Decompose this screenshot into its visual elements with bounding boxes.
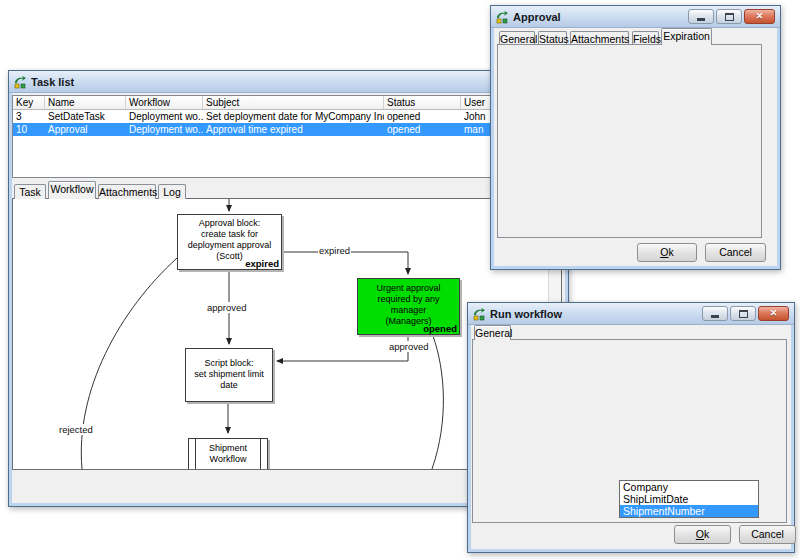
node-approval-block[interactable]: Approval block: create task for deployme… — [177, 214, 282, 270]
ok-button[interactable]: Ok — [637, 243, 697, 262]
dropdown-item-shiplimitdate[interactable]: ShipLimitDate — [620, 493, 758, 505]
tab-task[interactable]: Task — [14, 184, 46, 199]
tab-workflow[interactable]: Workflow — [48, 181, 96, 199]
edge-label-approved: approved — [206, 302, 248, 313]
close-button[interactable]: ✕ — [758, 306, 789, 321]
maximize-icon — [725, 13, 734, 21]
subprocess-stripe — [195, 439, 196, 470]
cell-status: opened — [384, 123, 461, 136]
node-line: required by any — [358, 294, 459, 305]
cell-key: 3 — [13, 110, 45, 123]
node-line: Shipment — [189, 443, 267, 454]
edge-rejected-curve-left — [81, 258, 177, 469]
edge-label-rejected: rejected — [58, 424, 94, 435]
tab-general[interactable]: General — [499, 31, 535, 44]
node-urgent-approval[interactable]: Urgent approval required by any manager … — [357, 278, 460, 335]
col-header-key[interactable]: Key — [13, 96, 45, 109]
col-header-workflow[interactable]: Workflow — [126, 96, 203, 109]
minimize-button[interactable] — [702, 306, 728, 321]
cell-workflow: Deployment wo... — [126, 123, 203, 136]
close-icon: ✕ — [756, 12, 764, 21]
dialog-title: Approval — [513, 11, 688, 23]
dialog-title: Run workflow — [490, 308, 702, 320]
table-row[interactable]: 3 SetDateTask Deployment wo... Set deplo… — [13, 110, 564, 123]
cell-subject: Set deployment date for MyCompany Inc. — [203, 110, 384, 123]
maximize-button[interactable] — [730, 306, 756, 321]
node-line: set shipment limit — [186, 369, 272, 380]
app-icon — [495, 10, 509, 24]
col-header-name[interactable]: Name — [45, 96, 126, 109]
col-header-subject[interactable]: Subject — [203, 96, 384, 109]
app-icon — [472, 307, 486, 321]
col-header-status[interactable]: Status — [384, 96, 461, 109]
edge-curve-right — [432, 336, 443, 469]
node-line: Urgent approval — [358, 283, 459, 294]
task-list-titlebar[interactable]: Task list — [9, 71, 568, 93]
tab-attachments[interactable]: Attachments — [98, 184, 156, 199]
dropdown-item-company[interactable]: Company — [620, 481, 758, 493]
maximize-icon — [739, 310, 748, 318]
approval-titlebar[interactable]: Approval ✕ — [491, 6, 780, 28]
app-icon — [13, 75, 27, 89]
task-table: Key Name Workflow Subject Status User 3 … — [12, 95, 565, 178]
approval-dialog: Approval ✕ General Status Attachments Fi… — [490, 5, 781, 270]
task-table-header: Key Name Workflow Subject Status User — [13, 96, 564, 110]
cell-status: opened — [384, 110, 461, 123]
mapping-dropdown-list: Company ShipLimitDate ShipmentNumber — [619, 480, 759, 518]
expiration-tabpage — [497, 44, 762, 238]
cell-name: SetDateTask — [45, 110, 126, 123]
approval-client: General Status Attachments Fields Expira… — [494, 28, 777, 266]
node-line: Approval block: — [178, 218, 281, 229]
table-row-selected[interactable]: 10 Approval Deployment wo... Approval ti… — [13, 123, 564, 136]
node-line: manager — [358, 305, 459, 316]
cell-name: Approval — [45, 123, 126, 136]
minimize-icon — [697, 18, 705, 21]
cell-subject: Approval time expired — [203, 123, 384, 136]
node-line: Script block: — [186, 358, 272, 369]
minimize-button[interactable] — [688, 9, 714, 24]
node-status-expired: expired — [245, 258, 279, 269]
node-line: Workflow — [189, 454, 267, 465]
run-workflow-dialog: Run workflow ✕ General Workflow definiti… — [467, 302, 795, 553]
subprocess-stripe — [260, 439, 261, 470]
node-line: date — [186, 380, 272, 391]
window-title: Task list — [31, 76, 563, 88]
maximize-button[interactable] — [716, 9, 742, 24]
node-line: create task for — [178, 229, 281, 240]
node-line: deployment approval — [178, 240, 281, 251]
tab-status[interactable]: Status — [538, 31, 567, 44]
close-icon: ✕ — [770, 309, 778, 318]
cell-key: 10 — [13, 123, 45, 136]
tab-attachments[interactable]: Attachments — [570, 31, 629, 44]
tab-fields[interactable]: Fields — [632, 31, 659, 44]
run-workflow-client: General Workflow definition Shipment wor… — [471, 325, 791, 549]
desktop-canvas: Task list Key Name Workflow Subject Stat… — [0, 0, 800, 559]
close-button[interactable]: ✕ — [744, 9, 775, 24]
cancel-button[interactable]: Cancel — [739, 525, 796, 544]
node-status-opened: opened — [423, 323, 457, 334]
ok-button[interactable]: Ok — [674, 525, 731, 544]
cell-workflow: Deployment wo... — [126, 110, 203, 123]
tab-log[interactable]: Log — [158, 184, 186, 199]
node-shipment-workflow[interactable]: Shipment Workflow — [188, 438, 268, 470]
run-workflow-titlebar[interactable]: Run workflow ✕ — [468, 303, 794, 325]
dropdown-item-shipmentnumber[interactable]: ShipmentNumber — [620, 505, 758, 517]
cancel-button[interactable]: Cancel — [705, 243, 766, 262]
edge-label-approved: approved — [388, 341, 430, 352]
tab-general[interactable]: General — [474, 325, 511, 340]
node-script-block[interactable]: Script block: set shipment limit date — [185, 348, 273, 402]
minimize-icon — [711, 315, 719, 318]
edge-label-expired: expired — [318, 245, 351, 256]
tab-expiration[interactable]: Expiration — [661, 28, 712, 45]
